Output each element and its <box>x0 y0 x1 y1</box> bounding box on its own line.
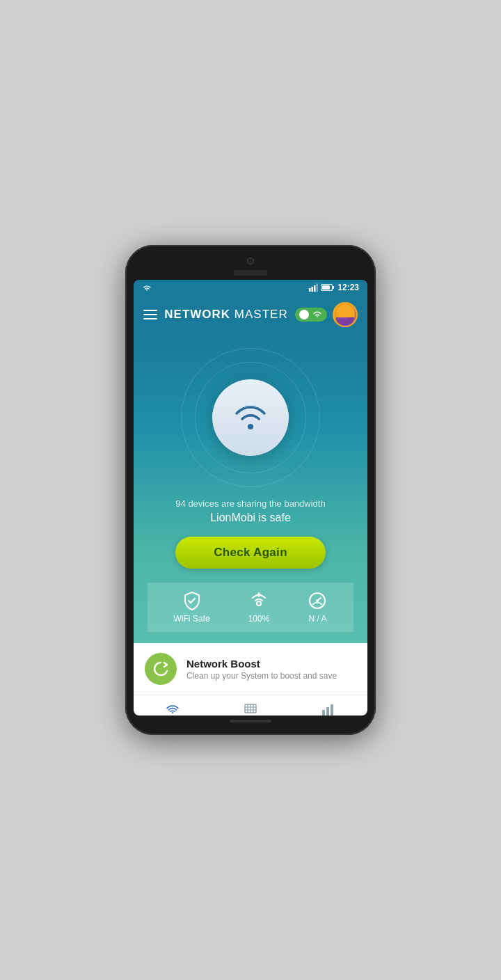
app-name-bold: NETWORK <box>164 308 230 321</box>
wifi-status-icon <box>230 397 271 438</box>
stats-bar: WiFi Safe 100% <box>148 583 353 632</box>
shield-check-icon <box>182 591 202 610</box>
boost-subtitle: Clean up your System to boost and save <box>186 671 337 681</box>
svg-rect-5 <box>333 286 335 289</box>
hamburger-menu-button[interactable] <box>143 310 157 319</box>
wifi-connection-icon <box>243 702 258 716</box>
status-wifi-icon <box>142 283 152 292</box>
app-name-light: MASTER <box>230 308 288 321</box>
boost-icon-circle <box>145 653 177 685</box>
svg-rect-24 <box>331 704 333 716</box>
wifi-status-circle <box>212 379 289 456</box>
home-wifi-icon <box>165 702 180 716</box>
status-bar: 12:23 <box>134 280 367 295</box>
strength-label: 100% <box>248 614 270 624</box>
check-again-button[interactable]: Check Again <box>175 537 326 569</box>
ham-line-3 <box>143 318 157 319</box>
boost-card[interactable]: Network Boost Clean up your System to bo… <box>134 643 367 695</box>
egg-avatar-svg <box>334 302 356 327</box>
speedometer-icon <box>308 591 327 610</box>
svg-line-15 <box>317 598 321 601</box>
device-count-text: 94 devices are sharing the bandwidth <box>175 498 325 509</box>
stat-speed: N / A <box>308 591 327 624</box>
wifi-plus-icon <box>249 591 269 610</box>
toggle-circle <box>299 310 309 319</box>
svg-point-10 <box>257 601 261 606</box>
main-content: 94 devices are sharing the bandwidth Lio… <box>134 334 367 643</box>
wifi-safe-label: WiFi Safe <box>174 614 210 624</box>
svg-rect-2 <box>314 285 316 292</box>
status-time: 12:23 <box>337 283 359 292</box>
phone-screen: 12:23 NETWORK MASTER <box>134 280 367 716</box>
boost-text: Network Boost Clean up your System to bo… <box>186 658 337 681</box>
phone-speaker <box>233 270 268 276</box>
ham-line-2 <box>143 314 157 315</box>
status-left <box>142 283 152 292</box>
svg-rect-23 <box>326 707 329 716</box>
nav-wifi-connection[interactable]: WiFi Connection <box>212 702 289 716</box>
phone-bottom-bar <box>230 720 271 722</box>
radar-container <box>181 348 320 487</box>
battery-icon <box>321 283 335 292</box>
toggle-wifi-icon <box>312 310 323 319</box>
user-avatar[interactable] <box>333 302 358 327</box>
status-right: 12:23 <box>308 283 359 292</box>
svg-rect-1 <box>312 287 314 292</box>
boost-title: Network Boost <box>186 658 337 670</box>
safe-label-text: LionMobi is safe <box>210 512 291 524</box>
header-right <box>295 302 358 327</box>
refresh-icon <box>152 660 170 678</box>
svg-rect-6 <box>322 285 330 290</box>
svg-rect-3 <box>317 284 319 292</box>
nav-data-usage[interactable]: Data Usage <box>289 702 367 716</box>
app-header: NETWORK MASTER <box>134 295 367 334</box>
phone-camera <box>247 258 254 264</box>
signal-icon <box>308 283 318 292</box>
bottom-nav: Home WiFi Connection <box>134 695 367 716</box>
wifi-toggle[interactable] <box>295 308 327 322</box>
phone-device: 12:23 NETWORK MASTER <box>125 245 376 735</box>
stat-strength: 100% <box>248 591 270 624</box>
data-usage-icon <box>321 702 336 716</box>
ham-line-1 <box>143 310 157 311</box>
svg-rect-0 <box>309 288 311 292</box>
stat-wifi-safe: WiFi Safe <box>174 591 210 624</box>
speed-label: N / A <box>308 614 326 624</box>
svg-rect-22 <box>322 710 325 716</box>
nav-home[interactable]: Home <box>134 702 212 716</box>
app-title: NETWORK MASTER <box>164 308 287 322</box>
svg-point-9 <box>248 424 253 429</box>
